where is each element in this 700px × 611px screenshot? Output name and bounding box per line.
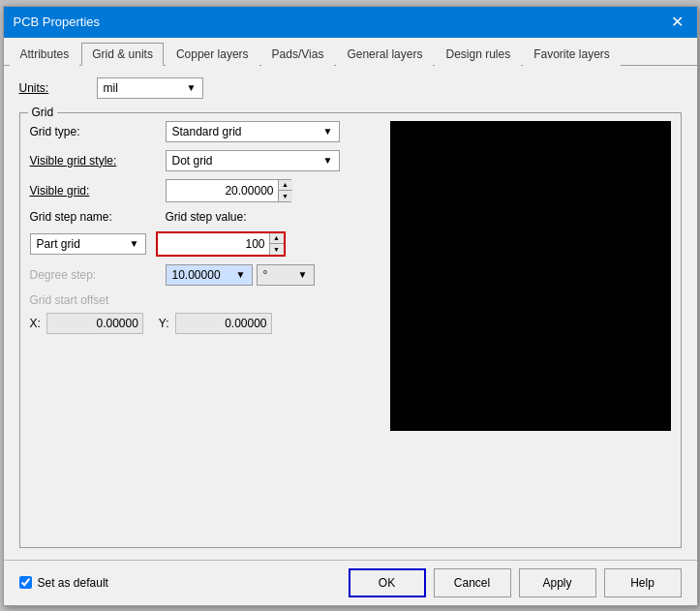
y-input[interactable] [175, 313, 272, 334]
bottom-bar: Set as default OK Cancel Apply Help [4, 560, 697, 605]
title-bar: PCB Properties ✕ [4, 7, 697, 38]
visible-grid-input[interactable] [167, 180, 278, 201]
visible-grid-style-arrow: ▼ [323, 155, 333, 166]
visible-grid-spin-up[interactable]: ▲ [279, 180, 292, 191]
x-label: X: [30, 317, 41, 330]
degree-dropdown-arrow: ▼ [236, 269, 246, 280]
grid-type-arrow: ▼ [323, 126, 333, 137]
units-label: Units: [19, 81, 97, 95]
part-grid-select[interactable]: Part grid ▼ [30, 233, 146, 255]
dialog-title: PCB Properties [14, 15, 101, 29]
set-as-default-label: Set as default [38, 576, 108, 590]
units-select[interactable]: mil ▼ [97, 77, 203, 99]
degree-step-label: Degree step: [30, 268, 166, 282]
pcb-properties-dialog: PCB Properties ✕ Attributes Grid & units… [3, 6, 698, 606]
tab-attributes[interactable]: Attributes [10, 43, 80, 66]
offset-y-coord: Y: [159, 313, 272, 334]
visible-grid-style-label: Visible grid style: [30, 154, 166, 168]
grid-step-spin-down[interactable]: ▼ [270, 244, 284, 255]
degree-unit-label: ° [263, 268, 268, 282]
tab-grid-units[interactable]: Grid & units [81, 43, 164, 66]
visible-grid-input-wrapper: ▲ ▼ [166, 179, 291, 202]
degree-value: 10.00000 [172, 268, 221, 282]
grid-step-name-label: Grid step name: [30, 210, 156, 224]
grid-body: Grid type: Standard grid ▼ Visible grid … [30, 121, 671, 431]
grid-type-row: Grid type: Standard grid ▼ [30, 121, 380, 142]
grid-step-spin: ▲ ▼ [269, 233, 284, 255]
tab-design-rules[interactable]: Design rules [435, 43, 521, 66]
set-as-default-row: Set as default [19, 576, 108, 590]
grid-step-value-label: Grid step value: [166, 210, 247, 224]
visible-grid-spin-down[interactable]: ▼ [279, 191, 292, 201]
units-value: mil [104, 81, 118, 95]
visible-grid-style-select[interactable]: Dot grid ▼ [166, 150, 340, 171]
cancel-button[interactable]: Cancel [434, 568, 511, 597]
content-area: Units: mil ▼ Grid Grid type: Standard gr… [4, 66, 697, 560]
grid-type-label: Grid type: [30, 125, 166, 138]
visible-grid-spin: ▲ ▼ [278, 180, 292, 201]
part-grid-value: Part grid [37, 237, 80, 251]
degree-unit-select[interactable]: ° ▼ [257, 264, 315, 286]
tab-favorite-layers[interactable]: Favorite layers [523, 43, 621, 66]
tab-pads-vias[interactable]: Pads/Vias [261, 43, 335, 66]
grid-step-spin-up[interactable]: ▲ [270, 233, 284, 244]
offset-section: Grid start offset X: Y: [30, 293, 380, 334]
offset-row: X: Y: [30, 313, 380, 334]
units-row: Units: mil ▼ [19, 77, 682, 99]
grid-step-value-input[interactable] [158, 233, 269, 255]
grid-left-panel: Grid type: Standard grid ▼ Visible grid … [30, 121, 380, 431]
degree-unit-arrow: ▼ [298, 269, 308, 280]
part-grid-row: Part grid ▼ ▲ ▼ [30, 231, 380, 257]
grid-type-value: Standard grid [172, 125, 242, 138]
x-input[interactable] [46, 313, 143, 334]
grid-group: Grid Grid type: Standard grid ▼ Visible … [19, 112, 682, 548]
visible-grid-label: Visible grid: [30, 184, 166, 198]
grid-preview [390, 121, 671, 431]
grid-group-label: Grid [28, 106, 58, 119]
ok-button[interactable]: OK [349, 568, 426, 597]
tab-general-layers[interactable]: General layers [336, 43, 433, 66]
visible-grid-style-value: Dot grid [172, 154, 213, 168]
part-grid-arrow: ▼ [130, 238, 139, 249]
set-as-default-checkbox[interactable] [19, 576, 32, 589]
tab-bar: Attributes Grid & units Copper layers Pa… [4, 38, 697, 66]
offset-label: Grid start offset [30, 293, 380, 307]
y-label: Y: [159, 317, 169, 330]
close-button[interactable]: ✕ [668, 13, 687, 32]
tab-copper-layers[interactable]: Copper layers [166, 43, 259, 66]
button-group: OK Cancel Apply Help [349, 568, 682, 597]
apply-button[interactable]: Apply [519, 568, 596, 597]
grid-type-select[interactable]: Standard grid ▼ [166, 121, 340, 142]
degree-step-row: Degree step: 10.00000 ▼ ° ▼ [30, 264, 380, 286]
degree-inputs: 10.00000 ▼ ° ▼ [166, 264, 315, 286]
offset-x-coord: X: [30, 313, 143, 334]
grid-step-value-wrapper: ▲ ▼ [156, 231, 286, 257]
units-dropdown-arrow: ▼ [187, 82, 197, 93]
visible-grid-row: Visible grid: ▲ ▼ [30, 179, 380, 202]
visible-grid-style-row: Visible grid style: Dot grid ▼ [30, 150, 380, 171]
help-button[interactable]: Help [604, 568, 682, 597]
degree-value-select[interactable]: 10.00000 ▼ [166, 264, 253, 286]
